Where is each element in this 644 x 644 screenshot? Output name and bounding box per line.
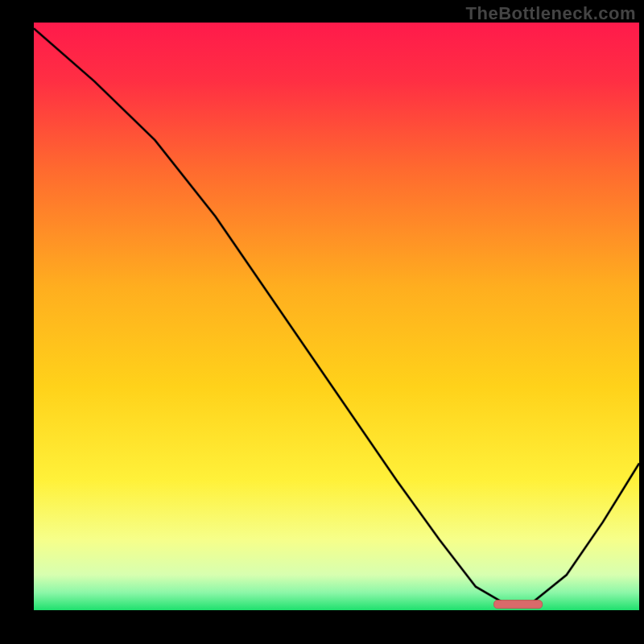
chart-frame: TheBottleneck.com [0, 0, 644, 644]
plot-area [34, 23, 639, 610]
chart-svg [34, 23, 639, 610]
optimal-marker [494, 601, 543, 609]
watermark-text: TheBottleneck.com [466, 3, 636, 24]
